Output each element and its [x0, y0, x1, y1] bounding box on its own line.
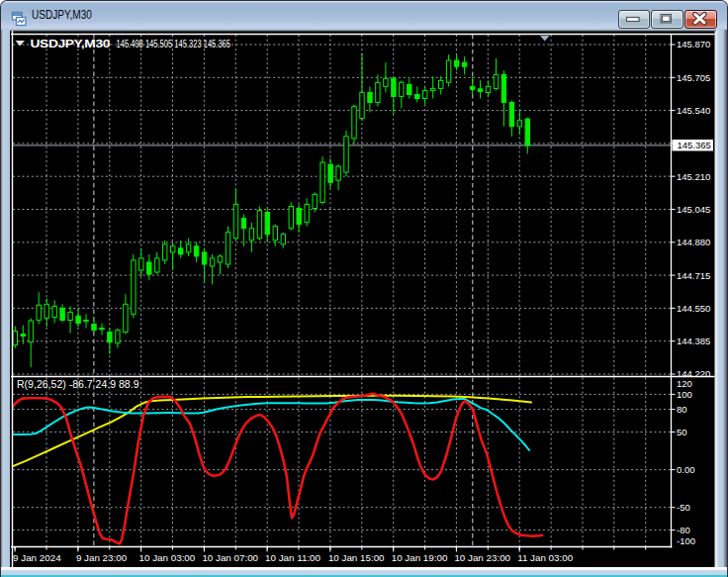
- svg-text:10 Jan 11:00: 10 Jan 11:00: [265, 552, 320, 563]
- svg-text:144.550: 144.550: [677, 303, 710, 314]
- svg-text:10 Jan 15:00: 10 Jan 15:00: [328, 552, 385, 563]
- svg-text:-80: -80: [677, 525, 690, 535]
- svg-text:145.045: 145.045: [677, 204, 710, 215]
- svg-text:120: 120: [677, 378, 692, 389]
- svg-text:80: 80: [677, 404, 687, 415]
- svg-text:145.870: 145.870: [677, 39, 710, 49]
- svg-text:144.385: 144.385: [677, 336, 710, 346]
- svg-text:145.705: 145.705: [677, 72, 710, 83]
- svg-text:9 Jan 23:00: 9 Jan 23:00: [76, 552, 128, 563]
- svg-text:145.498 145.505 145.323 145.36: 145.498 145.505 145.323 145.365: [117, 39, 231, 49]
- svg-text:145.365: 145.365: [678, 140, 711, 150]
- svg-text:-100: -100: [677, 535, 695, 546]
- svg-text:11 Jan 03:00: 11 Jan 03:00: [517, 552, 573, 563]
- svg-text:144.880: 144.880: [677, 237, 710, 247]
- svg-text:100: 100: [677, 389, 692, 400]
- svg-text:10 Jan 19:00: 10 Jan 19:00: [392, 552, 448, 563]
- svg-text:144.715: 144.715: [677, 270, 710, 281]
- svg-text:-50: -50: [677, 502, 690, 513]
- svg-text:0.00: 0.00: [677, 464, 695, 475]
- svg-text:USDJPY,M30: USDJPY,M30: [31, 38, 111, 49]
- svg-text:R(9,26,52) -86.7 24.9 88.9: R(9,26,52) -86.7 24.9 88.9: [17, 378, 139, 390]
- svg-text:10 Jan 07:00: 10 Jan 07:00: [202, 552, 258, 563]
- svg-text:50: 50: [677, 427, 687, 437]
- svg-text:145.540: 145.540: [677, 105, 710, 116]
- svg-text:10 Jan 03:00: 10 Jan 03:00: [139, 552, 196, 563]
- svg-text:9 Jan 2024: 9 Jan 2024: [13, 552, 61, 563]
- svg-text:145.210: 145.210: [677, 171, 710, 182]
- svg-text:10 Jan 23:00: 10 Jan 23:00: [454, 552, 510, 563]
